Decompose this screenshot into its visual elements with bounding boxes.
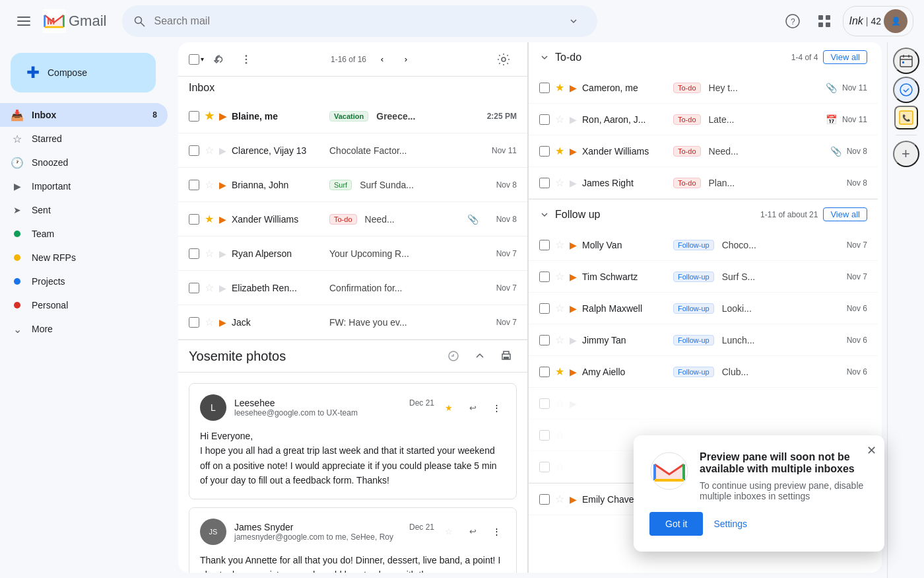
followup-section-header[interactable]: Follow up 1-11 of about 21 View all (529, 199, 878, 229)
todo-checkbox[interactable] (539, 178, 550, 188)
followup-row[interactable]: ☆ ▶ Molly Van Follow-up Choco... Nov 7 (529, 229, 878, 261)
followup-checkbox[interactable] (539, 462, 550, 472)
prev-page-button[interactable]: ‹ (372, 49, 393, 70)
star-empty-icon[interactable]: ☆ (555, 429, 564, 441)
todo-row[interactable]: ★ ▶ Cameron, me To-do Hey t... 📎 Nov 11 (529, 72, 878, 104)
search-input[interactable] (154, 15, 552, 27)
followup-checkbox[interactable] (539, 303, 550, 314)
followup-row[interactable]: ★ ▶ Amy Aiello Follow-up Club... Nov 6 (529, 356, 878, 388)
star-empty-icon[interactable]: ☆ (555, 460, 564, 473)
todo-view-all-button[interactable]: View all (823, 50, 867, 64)
reply-button[interactable]: ↩ (463, 398, 482, 417)
followup-checkbox[interactable] (539, 430, 550, 441)
email-row[interactable]: ★ ▶ Xander Williams To-do Need... 📎 Nov … (178, 202, 527, 236)
star-empty-icon[interactable]: ☆ (205, 178, 214, 191)
followup-row[interactable]: ☆ ▶ (529, 388, 878, 419)
select-all-checkbox-group[interactable]: ▾ (189, 54, 204, 65)
star-message-button[interactable]: ☆ (440, 523, 458, 541)
more-actions-button[interactable]: ⋮ (487, 523, 506, 541)
sidebar-item-inbox[interactable]: 📥 Inbox 8 (0, 103, 168, 127)
todo-checkbox[interactable] (539, 114, 550, 125)
sidebar-item-new-rfps[interactable]: New RFPs (0, 246, 168, 270)
todo-checkbox[interactable] (539, 146, 550, 157)
avatar[interactable]: 👤 (884, 9, 908, 33)
star-icon[interactable]: ★ (205, 110, 214, 122)
help-button[interactable]: ? (779, 8, 806, 34)
email-checkbox[interactable] (189, 283, 199, 293)
star-empty-icon[interactable]: ☆ (205, 281, 214, 294)
followup-checkbox[interactable] (539, 240, 550, 250)
followup-row[interactable]: ☆ ▶ Ralph Maxwell Follow-up Looki... Nov… (529, 293, 878, 324)
snooze-button[interactable] (443, 345, 464, 367)
followup-checkbox[interactable] (539, 398, 550, 409)
email-row[interactable]: ☆ ▶ Jack FW: Have you ev... Nov 7 (178, 305, 527, 340)
sidebar-item-team[interactable]: Team (0, 222, 168, 246)
todo-row[interactable]: ☆ ▶ Ron, Aaron, J... To-do Late... 📅 Nov… (529, 104, 878, 135)
select-all-checkbox[interactable] (189, 54, 199, 65)
email-checkbox[interactable] (189, 214, 199, 225)
settings-button[interactable] (490, 46, 517, 73)
star-empty-icon[interactable]: ☆ (205, 144, 214, 157)
email-row[interactable]: ☆ ▶ Clarence, Vijay 13 Chocolate Factor.… (178, 133, 527, 168)
star-empty-icon[interactable]: ☆ (555, 493, 564, 505)
hamburger-menu[interactable] (11, 8, 37, 34)
star-icon[interactable]: ★ (555, 365, 564, 378)
followup-checkbox[interactable] (539, 335, 550, 345)
sidebar-item-starred[interactable]: ☆ Starred (0, 127, 168, 151)
next-page-button[interactable]: › (395, 49, 416, 70)
followup-checkbox[interactable] (539, 367, 550, 377)
sidebar-item-personal[interactable]: Personal (0, 293, 168, 317)
star-icon[interactable]: ★ (555, 81, 564, 94)
email-row[interactable]: ☆ ▶ Elizabeth Ren... Confirmation for...… (178, 271, 527, 305)
refresh-button[interactable] (209, 49, 230, 70)
followup-checkbox[interactable] (539, 494, 550, 505)
star-empty-icon[interactable]: ☆ (555, 113, 564, 126)
collapse-button[interactable] (469, 345, 490, 367)
todo-section-header[interactable]: To-do 1-4 of 4 View all (529, 42, 878, 72)
tasks-sidebar-button[interactable] (893, 77, 919, 103)
followup-view-all-button[interactable]: View all (823, 207, 867, 221)
star-empty-icon[interactable]: ☆ (555, 270, 564, 283)
star-empty-icon[interactable]: ☆ (555, 334, 564, 346)
select-dropdown-icon[interactable]: ▾ (201, 55, 204, 63)
email-row[interactable]: ☆ ▶ Ryan Alperson Your Upcoming R... Nov… (178, 236, 527, 271)
sidebar-item-important[interactable]: ▶ Important (0, 174, 168, 198)
followup-row[interactable]: ☆ ▶ Jimmy Tan Follow-up Lunch... Nov 6 (529, 324, 878, 356)
sidebar-item-more[interactable]: ⌄ More (0, 317, 168, 341)
email-checkbox[interactable] (189, 180, 199, 190)
compose-button[interactable]: ✚ Compose (11, 53, 156, 92)
followup-row[interactable]: ☆ ▶ Tim Schwartz Follow-up Surf S... Nov… (529, 261, 878, 293)
email-checkbox[interactable] (189, 111, 199, 122)
todo-row[interactable]: ★ ▶ Xander Williams To-do Need... 📎 Nov … (529, 135, 878, 167)
more-actions-button[interactable]: ⋮ (487, 398, 506, 417)
followup-checkbox[interactable] (539, 271, 550, 282)
email-row[interactable]: ★ ▶ Blaine, me Vacation Greece... 2:25 P… (178, 99, 527, 133)
reply-button[interactable]: ↩ (463, 523, 482, 541)
star-empty-icon[interactable]: ☆ (555, 238, 564, 251)
email-checkbox[interactable] (189, 248, 199, 259)
sidebar-item-sent[interactable]: ➤ Sent (0, 198, 168, 222)
contacts-sidebar-button[interactable]: 📞 (894, 106, 918, 129)
apps-button[interactable] (811, 8, 838, 34)
got-it-button[interactable]: Got it (649, 512, 703, 536)
plus-sidebar-button[interactable]: + (893, 141, 919, 167)
sidebar-item-snoozed[interactable]: 🕐 Snoozed (0, 151, 168, 174)
star-empty-icon[interactable]: ☆ (555, 397, 564, 410)
account-selector[interactable]: Ink | 42 👤 (843, 6, 913, 36)
notification-close-button[interactable]: ✕ (867, 443, 876, 458)
calendar-sidebar-button[interactable] (893, 48, 919, 74)
star-empty-icon[interactable]: ☆ (205, 247, 214, 260)
gmail-logo[interactable]: M Gmail (42, 9, 106, 33)
inbox-more-button[interactable] (236, 49, 257, 70)
todo-row[interactable]: ☆ ▶ James Right To-do Plan... Nov 8 (529, 167, 878, 199)
search-dropdown-button[interactable] (560, 8, 587, 34)
todo-checkbox[interactable] (539, 83, 550, 93)
notification-settings-button[interactable]: Settings (713, 512, 747, 536)
star-empty-icon[interactable]: ☆ (205, 316, 214, 328)
star-empty-icon[interactable]: ☆ (555, 302, 564, 314)
star-icon[interactable]: ★ (205, 213, 214, 225)
print-button[interactable] (496, 345, 517, 367)
email-checkbox[interactable] (189, 145, 199, 156)
star-message-button[interactable]: ★ (440, 398, 458, 417)
sidebar-item-projects[interactable]: Projects (0, 270, 168, 293)
